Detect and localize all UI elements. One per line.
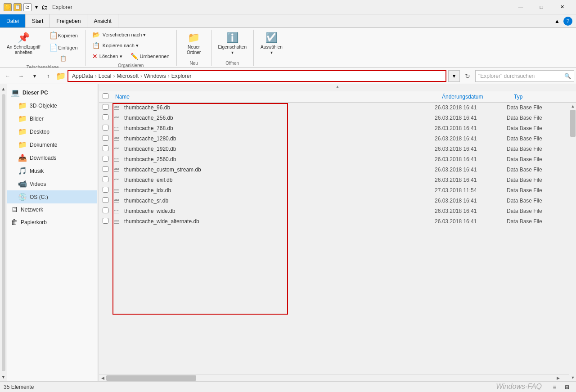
- ribbon-up-icon[interactable]: ▲: [554, 18, 560, 24]
- copy-icon: 📋: [49, 31, 58, 40]
- file-date: 26.03.2018 16:41: [435, 135, 507, 142]
- row-checkbox[interactable]: [103, 207, 113, 215]
- table-row[interactable]: 🗃 thumbcache_sr.db 26.03.2018 16:41 Data…: [99, 196, 569, 206]
- path-dropdown-button[interactable]: ▾: [448, 70, 460, 82]
- table-row[interactable]: 🗃 thumbcache_wide.db 26.03.2018 16:41 Da…: [99, 206, 569, 216]
- file-type: Data Base File: [507, 198, 565, 204]
- table-row[interactable]: 🗃 thumbcache_exif.db 26.03.2018 16:41 Da…: [99, 175, 569, 185]
- table-row[interactable]: 🗃 thumbcache_256.db 26.03.2018 16:41 Dat…: [99, 113, 569, 123]
- vscroll-track: [569, 110, 576, 374]
- back-button[interactable]: ←: [2, 70, 14, 82]
- vscroll-down-button[interactable]: ▼: [569, 374, 576, 381]
- move-label: Verschieben nach ▾: [103, 32, 146, 38]
- ribbon-group-open: ℹ️ Eigenschaften ▾ Öffnen: [212, 30, 254, 66]
- paste-extra-icon: 📋: [60, 55, 67, 62]
- hscroll-right-button[interactable]: ▶: [554, 374, 562, 382]
- table-row[interactable]: 🗃 thumbcache_2560.db 26.03.2018 16:41 Da…: [99, 154, 569, 165]
- row-checkbox[interactable]: [103, 218, 113, 225]
- vscroll-thumb[interactable]: [570, 110, 576, 137]
- file-name: thumbcache_wide.db: [124, 208, 435, 214]
- paste-button[interactable]: 📄 Einfügen: [45, 42, 81, 53]
- col-name-header[interactable]: Name: [113, 94, 442, 100]
- detail-view-button[interactable]: ⊞: [562, 383, 572, 392]
- table-row[interactable]: 🗃 thumbcache_custom_stream.db 26.03.2018…: [99, 165, 569, 175]
- tab-datei[interactable]: Datei: [0, 14, 26, 27]
- file-list-container: 🗃 thumbcache_96.db 26.03.2018 16:41 Data…: [99, 103, 569, 381]
- dropdown-arrow[interactable]: ▾: [35, 3, 38, 11]
- maximize-button[interactable]: □: [531, 0, 552, 14]
- move-to-button[interactable]: 📂 Verschieben nach ▾: [89, 30, 152, 40]
- sidebar-item-videos[interactable]: 📹 Videos: [7, 177, 97, 190]
- quick-access-icon-1[interactable]: 🟡: [4, 3, 12, 11]
- tab-start[interactable]: Start: [26, 14, 50, 27]
- help-button[interactable]: ?: [563, 17, 572, 26]
- list-view-button[interactable]: ≡: [549, 383, 560, 392]
- hscroll-left-button[interactable]: ◀: [99, 374, 106, 382]
- folder-nav-icon: 📁: [56, 71, 66, 81]
- table-row[interactable]: 🗃 thumbcache_1280.db 26.03.2018 16:41 Da…: [99, 134, 569, 144]
- forward-button[interactable]: →: [15, 70, 27, 82]
- row-checkbox[interactable]: [103, 145, 113, 153]
- header-checkbox[interactable]: [103, 93, 113, 100]
- row-checkbox[interactable]: [103, 176, 113, 184]
- refresh-button[interactable]: ↻: [462, 70, 473, 82]
- col-date-header[interactable]: Änderungsdatum: [442, 94, 514, 100]
- recent-button[interactable]: ▾: [29, 70, 40, 82]
- up-button[interactable]: ↑: [42, 70, 54, 82]
- row-checkbox[interactable]: [103, 104, 113, 111]
- file-type: Data Base File: [507, 187, 565, 194]
- hscroll-thumb[interactable]: [106, 375, 196, 381]
- tab-freigeben[interactable]: Freigeben: [50, 14, 87, 27]
- paste-extra-button[interactable]: 📋: [45, 54, 81, 63]
- sidebar-item-downloads[interactable]: 📥 Downloads: [7, 151, 97, 164]
- sidebar-scroll-down[interactable]: ▼: [0, 372, 8, 381]
- rename-button[interactable]: ✏️ Umbenennen: [127, 51, 173, 61]
- sidebar-item-3d[interactable]: 📁 3D-Objekte: [7, 99, 97, 112]
- table-row[interactable]: 🗃 thumbcache_1920.db 26.03.2018 16:41 Da…: [99, 144, 569, 154]
- quick-access-icon-3[interactable]: 🗂: [23, 3, 32, 11]
- vscroll-up-button[interactable]: ▲: [569, 103, 576, 110]
- sidebar-item-papierkorb[interactable]: 🗑 Papierkorb: [7, 216, 97, 229]
- minimize-button[interactable]: —: [510, 0, 531, 14]
- table-row[interactable]: 🗃 thumbcache_768.db 26.03.2018 16:41 Dat…: [99, 123, 569, 134]
- sidebar-item-desktop[interactable]: 📁 Desktop: [7, 125, 97, 138]
- new-folder-button[interactable]: 📁 Neuer Ordner: [180, 30, 207, 58]
- address-path-box[interactable]: AppData › Local › Microsoft › Windows › …: [68, 70, 446, 82]
- copy-to-button[interactable]: 📋 Kopieren nach ▾: [89, 41, 152, 50]
- select-button[interactable]: ☑️ Auswählen ▾: [257, 30, 286, 58]
- status-bar: 35 Elemente Windows-FAQ ≡ ⊞: [0, 381, 576, 392]
- row-checkbox[interactable]: [103, 125, 113, 132]
- properties-button[interactable]: ℹ️ Eigenschaften ▾: [215, 30, 250, 58]
- pin-label: An Schnellzugriff anheften: [7, 45, 40, 55]
- sidebar-item-osc[interactable]: 💿 OS (C:): [7, 190, 97, 203]
- quick-access-icon-2[interactable]: 📋: [14, 3, 22, 11]
- hscrollbar[interactable]: ◀ ▶: [99, 374, 569, 381]
- row-checkbox[interactable]: [103, 166, 113, 173]
- search-box[interactable]: "Explorer" durchsuchen 🔍: [475, 70, 574, 82]
- sidebar-item-dokumente[interactable]: 📁 Dokumente: [7, 138, 97, 151]
- sidebar-item-bilder[interactable]: 📁 Bilder: [7, 112, 97, 125]
- table-row[interactable]: 🗃 thumbcache_96.db 26.03.2018 16:41 Data…: [99, 103, 569, 113]
- row-checkbox[interactable]: [103, 156, 113, 163]
- organize-label: Organisieren: [118, 62, 144, 68]
- close-button[interactable]: ✕: [552, 0, 572, 14]
- sep-3: ›: [140, 73, 142, 79]
- pin-to-quickaccess-button[interactable]: 📌 An Schnellzugriff anheften: [4, 30, 44, 58]
- file-name: thumbcache_256.db: [124, 115, 435, 121]
- copy-button[interactable]: 📋 Kopieren: [45, 30, 81, 41]
- col-type-header[interactable]: Typ: [514, 94, 572, 100]
- sidebar-item-musik[interactable]: 🎵 Musik: [7, 164, 97, 177]
- table-row[interactable]: 🗃 thumbcache_idx.db 27.03.2018 11:54 Dat…: [99, 185, 569, 196]
- bilder-label: Bilder: [30, 116, 44, 122]
- sidebar-scroll-up[interactable]: ▲: [0, 84, 8, 93]
- row-checkbox[interactable]: [103, 135, 113, 142]
- sidebar-item-netzwerk[interactable]: 🖥 Netzwerk: [7, 203, 97, 216]
- row-checkbox[interactable]: [103, 187, 113, 194]
- row-checkbox[interactable]: [103, 197, 113, 204]
- row-checkbox[interactable]: [103, 114, 113, 122]
- sidebar-item-dieser-pc[interactable]: 💻 Dieser PC: [7, 86, 97, 99]
- select-all-checkbox[interactable]: [103, 93, 108, 99]
- tab-ansicht[interactable]: Ansicht: [87, 14, 118, 27]
- table-row[interactable]: 🗃 thumbcache_wide_alternate.db 26.03.201…: [99, 216, 569, 227]
- delete-button[interactable]: ✕ Löschen ▾: [89, 51, 126, 61]
